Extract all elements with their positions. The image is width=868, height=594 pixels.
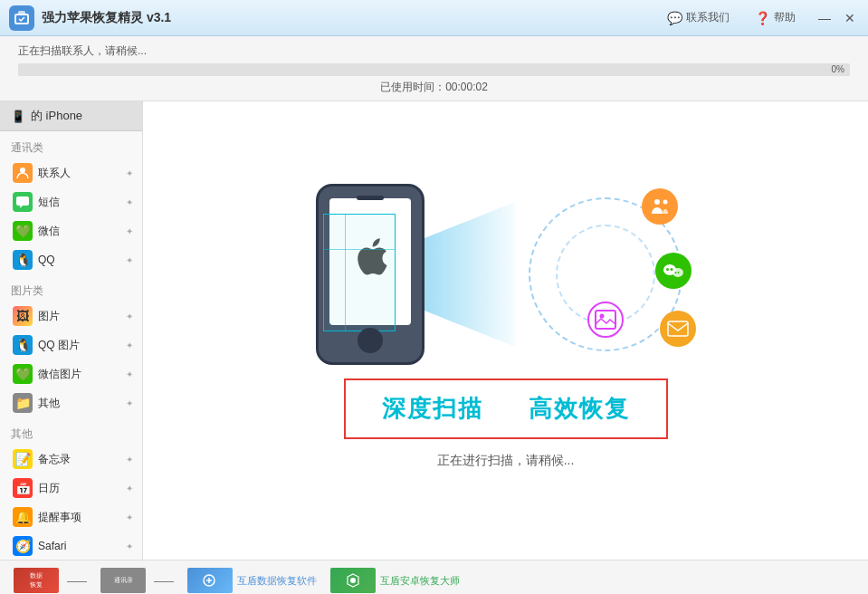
wechat-photos-label: 微信图片: [38, 367, 126, 382]
svg-point-16: [599, 313, 604, 318]
wechat-icon: 💚: [13, 221, 33, 241]
qq-label: QQ: [38, 254, 126, 266]
contact-label: 联系我们: [686, 10, 730, 25]
sidebar: 📱 的 iPhone 通讯类 联系人 ✦ 短信 ✦ 💚 微信 ✦ 🐧 QQ ✦ …: [0, 101, 143, 560]
efficient-recovery-label: 高效恢复: [529, 393, 630, 425]
photos-label: 图片: [38, 309, 126, 324]
minimize-button[interactable]: —: [816, 9, 834, 27]
app-logo: [9, 5, 34, 31]
scan-beam: [424, 202, 515, 347]
sms-icon: [13, 192, 33, 212]
scan-status-text: 正在进行扫描，请稍候...: [437, 453, 575, 469]
close-button[interactable]: ✕: [841, 9, 859, 27]
sidebar-item-qq[interactable]: 🐧 QQ ✦: [0, 245, 142, 274]
data-icon-wechat: [655, 253, 692, 289]
sidebar-item-wechat[interactable]: 💚 微信 ✦: [0, 216, 142, 245]
help-icon: ❓: [755, 11, 770, 25]
ads-bar: 数据恢复 —— 通讯录 —— 互盾数据恢复软件 互盾安卓恢复大师: [0, 560, 868, 594]
help-label: 帮助: [774, 10, 796, 25]
ad-item-3[interactable]: 互盾数据恢复软件: [187, 568, 317, 593]
sidebar-item-sms[interactable]: 短信 ✦: [0, 187, 142, 216]
device-name: 的 iPhone: [31, 108, 82, 124]
sidebar-item-notes[interactable]: 📝 备忘录 ✦: [0, 445, 142, 474]
svg-rect-4: [16, 196, 29, 206]
chat-icon: 💬: [667, 11, 682, 25]
sidebar-item-calendar[interactable]: 📅 日历 ✦: [0, 474, 142, 503]
safari-label: Safari: [38, 540, 126, 552]
qq-icon: 🐧: [13, 250, 33, 270]
contacts-label: 联系人: [38, 166, 126, 181]
svg-point-12: [674, 272, 676, 273]
help-button[interactable]: ❓ 帮助: [749, 7, 801, 28]
scan-banner: 深度扫描 高效恢复: [344, 378, 668, 439]
svg-point-10: [670, 268, 672, 271]
sidebar-item-safari[interactable]: 🧭 Safari ✦: [0, 532, 142, 560]
ad-item-4[interactable]: 互盾安卓恢复大师: [330, 568, 460, 593]
svg-point-7: [663, 199, 667, 204]
svg-point-6: [654, 199, 660, 205]
svg-marker-5: [424, 202, 515, 347]
calendar-label: 日历: [38, 481, 126, 496]
wechat-photos-icon: 💚: [13, 364, 33, 384]
data-icon-contacts: [642, 188, 678, 225]
contacts-icon: [13, 163, 33, 183]
svg-rect-1: [18, 11, 25, 15]
category-header-communication: 通讯类: [0, 135, 142, 158]
app-title: 强力苹果恢复精灵 v3.1: [42, 10, 662, 26]
reminders-label: 提醒事项: [38, 510, 126, 525]
sidebar-item-qq-photos[interactable]: 🐧 QQ 图片 ✦: [0, 331, 142, 359]
scan-illustration: [316, 184, 696, 365]
ad-label-2: ——: [154, 575, 174, 586]
ad-item-1[interactable]: 数据恢复 ——: [14, 568, 87, 593]
data-icon-email: [660, 311, 696, 347]
notes-icon: 📝: [13, 449, 33, 469]
svg-point-13: [677, 272, 679, 273]
progress-bar: 0%: [18, 63, 850, 76]
contact-us-button[interactable]: 💬 联系我们: [662, 7, 735, 28]
ad-label-3: 互盾数据恢复软件: [237, 574, 317, 588]
sidebar-item-reminders[interactable]: 🔔 提醒事项 ✦: [0, 503, 142, 532]
safari-icon: 🧭: [13, 536, 33, 556]
category-header-photos: 图片类: [0, 278, 142, 302]
sms-label: 短信: [38, 195, 126, 210]
svg-point-18: [350, 578, 356, 583]
ad-thumb-3: [187, 568, 233, 593]
progress-area: 正在扫描联系人，请稍候... 0% 已使用时间：00:00:02: [0, 36, 868, 101]
other-photos-label: 其他: [38, 396, 126, 411]
sidebar-item-other-photos[interactable]: 📁 其他 ✦: [0, 388, 142, 417]
sidebar-item-contacts[interactable]: 联系人 ✦: [0, 158, 142, 187]
svg-rect-14: [668, 321, 688, 336]
ad-thumb-4: [330, 568, 376, 593]
reminders-icon: 🔔: [13, 507, 33, 527]
phone-screen: [329, 198, 411, 325]
content-area: 深度扫描 高效恢复 正在进行扫描，请稍候...: [143, 101, 868, 560]
deep-scan-label: 深度扫描: [382, 393, 483, 425]
photos-icon: 🖼: [13, 306, 33, 326]
scan-grid-overlay: [323, 214, 396, 331]
phone-mockup: [316, 184, 424, 365]
nav-buttons: 💬 联系我们 ❓ 帮助: [662, 7, 801, 28]
wechat-label: 微信: [38, 224, 126, 239]
qq-photos-icon: 🐧: [13, 335, 33, 355]
other-photos-icon: 📁: [13, 393, 33, 413]
titlebar: 强力苹果恢复精灵 v3.1 💬 联系我们 ❓ 帮助 — ✕: [0, 0, 868, 36]
scan-progress-text: 正在扫描联系人，请稍候...: [18, 43, 850, 59]
qq-photos-label: QQ 图片: [38, 338, 126, 353]
notes-label: 备忘录: [38, 452, 126, 467]
ad-item-2[interactable]: 通讯录 ——: [100, 568, 174, 593]
svg-point-9: [666, 268, 669, 271]
sidebar-item-wechat-photos[interactable]: 💚 微信图片 ✦: [0, 359, 142, 388]
window-controls: — ✕: [816, 9, 859, 27]
svg-point-3: [20, 168, 25, 173]
ad-label-4: 互盾安卓恢复大师: [380, 574, 460, 588]
main-area: 📱 的 iPhone 通讯类 联系人 ✦ 短信 ✦ 💚 微信 ✦ 🐧 QQ ✦ …: [0, 101, 868, 560]
sidebar-item-photos[interactable]: 🖼 图片 ✦: [0, 302, 142, 331]
data-icon-image: [587, 302, 624, 338]
ad-thumb-1: 数据恢复: [14, 568, 59, 593]
calendar-icon: 📅: [13, 478, 33, 498]
device-header: 📱 的 iPhone: [0, 101, 142, 131]
svg-rect-15: [596, 311, 615, 329]
ad-thumb-2: 通讯录: [100, 568, 146, 593]
phone-emoji: 📱: [11, 110, 25, 123]
elapsed-time: 已使用时间：00:00:02: [18, 80, 850, 95]
